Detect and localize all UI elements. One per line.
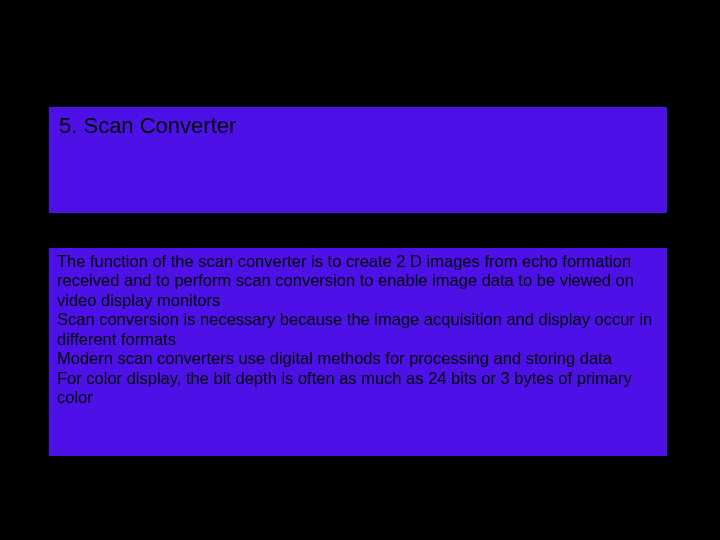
body-box: The function of the scan converter is to…	[48, 247, 668, 457]
slide-title: 5. Scan Converter	[59, 113, 657, 139]
title-box: 5. Scan Converter	[48, 106, 668, 214]
slide-body: The function of the scan converter is to…	[57, 252, 659, 408]
